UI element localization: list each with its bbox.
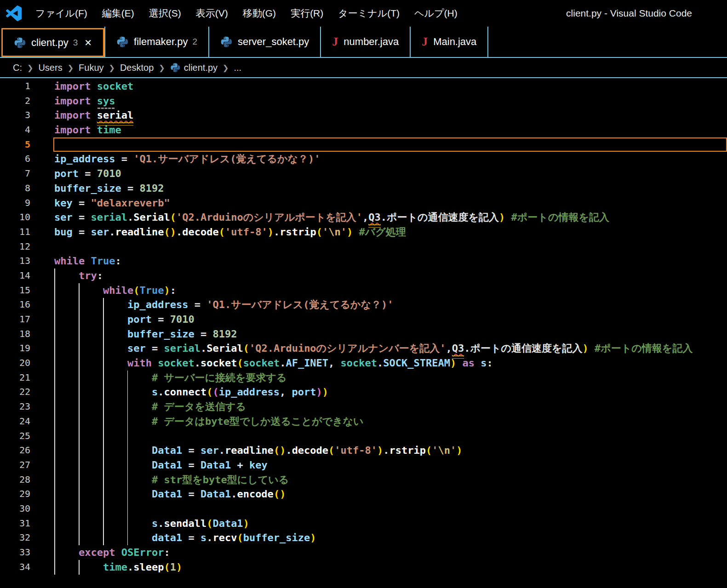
code-line[interactable]: 12 <box>0 240 727 254</box>
line-number: 8 <box>0 181 30 196</box>
code-line-text[interactable]: # データはbyte型でしか送ることができない <box>54 414 364 429</box>
code-line[interactable]: 27 Data1 = Data1 + key <box>0 458 727 473</box>
code-line-text[interactable]: Data1 = Data1 + key <box>54 458 268 473</box>
code-line-text[interactable]: buffer_size = 8192 <box>54 327 237 342</box>
breadcrumb-segment[interactable]: Fukuy <box>78 63 104 73</box>
menu-item-2[interactable]: 編集(E) <box>95 0 142 27</box>
code-line-text[interactable]: try: <box>54 268 103 283</box>
code-line-text[interactable]: port = 7010 <box>54 312 195 327</box>
tab-Main-java[interactable]: JMain.java <box>411 27 488 57</box>
code-line-text[interactable]: # str型をbyte型にしている <box>54 473 289 487</box>
menu-item-7[interactable]: ターミナル(T) <box>331 0 407 27</box>
code-line[interactable]: 1import socket <box>0 79 727 94</box>
chevron-right-icon: ❯ <box>109 63 115 72</box>
code-line-text[interactable]: bug = ser.readline().decode('utf-8').rst… <box>54 225 406 240</box>
code-line[interactable]: 17 port = 7010 <box>0 312 727 327</box>
menu-item-1[interactable]: ファイル(F) <box>28 0 95 27</box>
python-file-icon <box>14 37 26 49</box>
menu-item-5[interactable]: 移動(G) <box>235 0 283 27</box>
code-line-text[interactable]: ser = serial.Serial('Q2.Arduinoのシリアルポートを… <box>54 210 609 225</box>
code-line-text[interactable]: ip_address = 'Q1.サーバアドレス(覚えてるかな？)' <box>54 152 321 166</box>
line-number: 14 <box>0 268 30 283</box>
code-line[interactable]: 32 data1 = s.recv(buffer_size) <box>0 531 727 545</box>
code-line[interactable]: 25 <box>0 429 727 444</box>
code-line[interactable]: 20 with socket.socket(socket.AF_INET, so… <box>0 356 727 371</box>
breadcrumb-label: Users <box>38 63 62 73</box>
code-line[interactable]: 26 Data1 = ser.readline().decode('utf-8'… <box>0 443 727 458</box>
code-line-text[interactable]: with socket.socket(socket.AF_INET, socke… <box>54 356 493 371</box>
code-line-text[interactable]: Data1 = Data1.encode() <box>54 487 286 502</box>
tab-number-java[interactable]: Jnumber.java <box>321 27 411 57</box>
breadcrumb-segment[interactable]: Desktop <box>119 63 155 73</box>
code-line-text[interactable]: import socket <box>54 79 133 94</box>
code-line[interactable]: 13while True: <box>0 254 727 268</box>
code-line[interactable]: 3import serial <box>0 108 727 123</box>
code-line[interactable]: 31 s.sendall(Data1) <box>0 516 727 531</box>
line-number: 26 <box>0 443 30 458</box>
window-title: client.py - Visual Studio Code <box>566 8 727 19</box>
code-line[interactable]: 4import time <box>0 123 727 137</box>
breadcrumb-segment[interactable]: ... <box>233 63 242 73</box>
line-number: 22 <box>0 385 30 400</box>
code-line-text[interactable]: s.sendall(Data1) <box>54 516 249 531</box>
code-line-text[interactable]: s.connect((ip_address, port)) <box>54 385 328 400</box>
line-number: 34 <box>0 560 30 575</box>
tab-close-icon[interactable]: ✕ <box>84 37 92 48</box>
chevron-right-icon: ❯ <box>27 63 33 72</box>
code-line-text[interactable]: # サーバーに接続を要求する <box>54 371 287 385</box>
menu-item-8[interactable]: ヘルプ(H) <box>407 0 465 27</box>
code-line-text[interactable]: buffer_size = 8192 <box>54 181 164 196</box>
code-line[interactable]: 15 while(True): <box>0 283 727 298</box>
code-line[interactable]: 14 try: <box>0 268 727 283</box>
code-line-text[interactable]: import time <box>54 123 121 137</box>
code-line[interactable]: 24 # データはbyte型でしか送ることができない <box>0 414 727 429</box>
code-line-text[interactable]: ip_address = 'Q1.サーバアドレス(覚えてるかな？)' <box>54 297 394 312</box>
code-line[interactable]: 7port = 7010 <box>0 166 727 181</box>
code-line[interactable]: 21 # サーバーに接続を要求する <box>0 371 727 385</box>
code-line[interactable]: 22 s.connect((ip_address, port)) <box>0 385 727 400</box>
code-line[interactable]: 34 time.sleep(1) <box>0 560 727 575</box>
code-line[interactable]: 23 # データを送信する <box>0 400 727 414</box>
line-number: 24 <box>0 414 30 429</box>
breadcrumb-segment[interactable]: client.py <box>169 63 218 73</box>
code-line[interactable]: 9key = "delaxreverb" <box>0 196 727 211</box>
code-line-text[interactable]: # データを送信する <box>54 400 246 414</box>
code-line[interactable]: 30 <box>0 502 727 516</box>
tab-label: client.py <box>31 37 69 49</box>
chevron-right-icon: ❯ <box>68 63 74 72</box>
code-line[interactable]: 2import sys <box>0 94 727 108</box>
tab-server_soket-py[interactable]: server_soket.py <box>209 27 321 57</box>
code-line[interactable]: 29 Data1 = Data1.encode() <box>0 487 727 502</box>
code-line[interactable]: 16 ip_address = 'Q1.サーバアドレス(覚えてるかな？)' <box>0 297 727 312</box>
code-line-text[interactable]: while True: <box>54 254 121 268</box>
python-file-icon <box>116 36 128 48</box>
code-line-text[interactable]: key = "delaxreverb" <box>54 196 170 211</box>
menu-item-6[interactable]: 実行(R) <box>283 0 331 27</box>
breadcrumb-segment[interactable]: Users <box>37 63 63 73</box>
code-line-text[interactable]: while(True): <box>54 283 176 298</box>
code-editor[interactable]: 1import socket2import sys3import serial4… <box>0 78 727 588</box>
code-line[interactable]: 19 ser = serial.Serial('Q2.Arduinoのシリアルナ… <box>0 341 727 356</box>
menu-item-3[interactable]: 選択(S) <box>142 0 189 27</box>
code-line[interactable]: 5 <box>0 137 727 152</box>
code-line-text[interactable]: time.sleep(1) <box>54 560 182 575</box>
code-line[interactable]: 18 buffer_size = 8192 <box>0 327 727 342</box>
code-line-text[interactable]: ser = serial.Serial('Q2.Arduinoのシリアルナンバー… <box>54 341 693 356</box>
code-line[interactable]: 10ser = serial.Serial('Q2.Arduinoのシリアルポー… <box>0 210 727 225</box>
code-line[interactable]: 11bug = ser.readline().decode('utf-8').r… <box>0 225 727 240</box>
code-line[interactable]: 33 except OSError: <box>0 545 727 560</box>
code-line-text[interactable]: except OSError: <box>54 545 170 560</box>
code-line-text[interactable]: import sys <box>54 94 115 108</box>
code-line-text[interactable]: data1 = s.recv(buffer_size) <box>54 531 316 545</box>
code-line-text[interactable]: Data1 = ser.readline().decode('utf-8').r… <box>54 443 463 458</box>
code-line-text[interactable]: import serial <box>54 108 133 123</box>
breadcrumb-segment[interactable]: C: <box>12 63 23 73</box>
code-line-text[interactable]: port = 7010 <box>54 166 121 181</box>
tab-client-py[interactable]: client.py3✕ <box>1 28 104 57</box>
code-line[interactable]: 8buffer_size = 8192 <box>0 181 727 196</box>
code-line[interactable]: 28 # str型をbyte型にしている <box>0 473 727 487</box>
line-number: 19 <box>0 341 30 356</box>
menu-item-4[interactable]: 表示(V) <box>189 0 235 27</box>
tab-filemaker-py[interactable]: filemaker.py2 <box>104 27 209 57</box>
code-line[interactable]: 6ip_address = 'Q1.サーバアドレス(覚えてるかな？)' <box>0 152 727 166</box>
